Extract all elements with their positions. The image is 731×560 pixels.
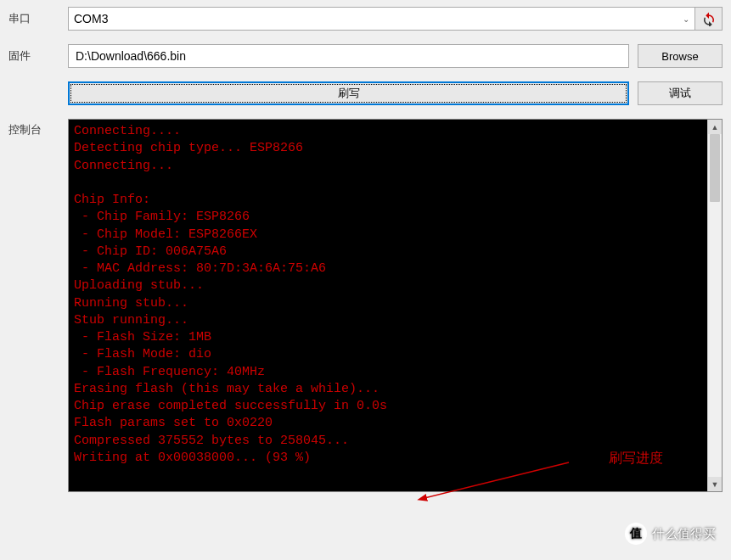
firmware-path-input[interactable] (68, 44, 629, 68)
console-scrollbar[interactable]: ▲ ▼ (707, 120, 722, 491)
watermark-badge-icon: 值 (625, 523, 647, 545)
serial-label: 串口 (8, 11, 59, 26)
console-output: Connecting.... Detecting chip type... ES… (69, 120, 707, 491)
refresh-icon (701, 11, 717, 26)
serial-port-value: COM3 (74, 12, 108, 25)
serial-port-combo[interactable]: COM3 ⌄ (68, 7, 695, 31)
scroll-up-icon[interactable]: ▲ (708, 120, 722, 134)
chevron-down-icon: ⌄ (683, 14, 689, 24)
debug-button[interactable]: 调试 (638, 81, 723, 105)
console-label: 控制台 (8, 119, 59, 137)
refresh-button[interactable] (695, 7, 723, 31)
watermark-text: 什么值得买 (652, 526, 716, 542)
firmware-label: 固件 (8, 48, 59, 64)
flash-button[interactable]: 刷写 (68, 81, 629, 105)
scroll-down-icon[interactable]: ▼ (708, 477, 722, 491)
browse-button[interactable]: Browse (638, 44, 723, 68)
scroll-track[interactable] (708, 134, 722, 477)
scroll-thumb[interactable] (710, 134, 720, 202)
watermark: 值 什么值得买 (625, 523, 716, 545)
